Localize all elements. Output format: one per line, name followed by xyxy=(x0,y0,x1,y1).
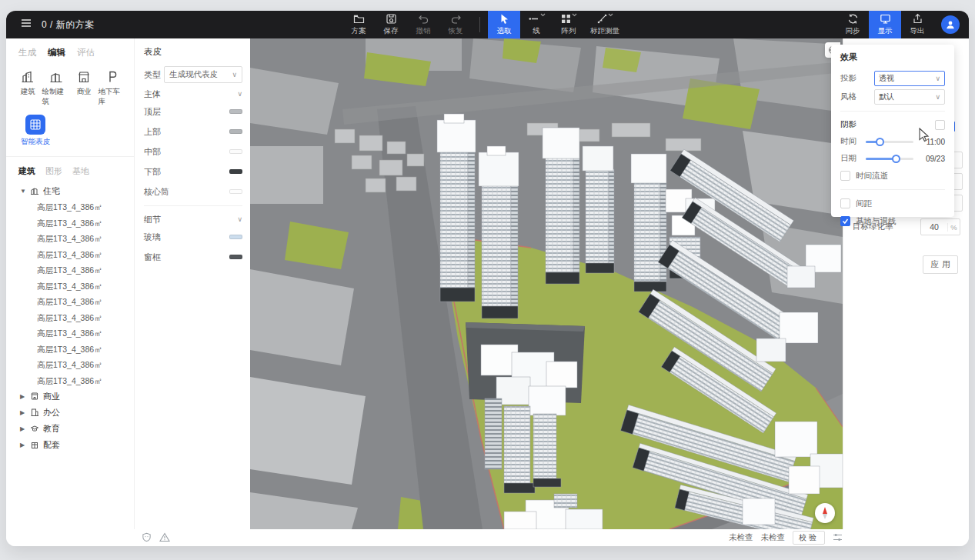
date-slider[interactable] xyxy=(866,154,913,164)
tree-item-residential[interactable]: 高层1T3_4_386㎡ xyxy=(6,278,134,295)
tab-evaluate[interactable]: 评估 xyxy=(77,47,95,58)
spacing-checkbox[interactable] xyxy=(840,198,850,208)
time-value: 11:00 xyxy=(922,138,945,146)
effects-title: 效果 xyxy=(840,52,945,63)
tab-generate[interactable]: 生成 xyxy=(18,47,36,58)
collapse-icon[interactable]: ∨ xyxy=(237,215,242,223)
site-setback-checkbox[interactable] xyxy=(840,216,850,226)
color-swatch[interactable] xyxy=(229,109,242,114)
tree-item-residential[interactable]: 高层1T3_4_386㎡ xyxy=(6,231,134,247)
color-swatch[interactable] xyxy=(229,189,242,194)
smart-skin-tool[interactable]: 智能表皮 xyxy=(15,115,55,147)
sync-button[interactable]: 同步 xyxy=(836,11,869,38)
residential-icon xyxy=(30,186,39,197)
office-icon xyxy=(30,408,39,418)
measure-icon xyxy=(596,13,608,25)
array-icon xyxy=(560,13,572,25)
tree-item-residential[interactable]: 高层1T3_4_386㎡ xyxy=(6,373,134,389)
tree-tab-building[interactable]: 建筑 xyxy=(18,165,35,177)
tree-group-education[interactable]: ▶ 教育 xyxy=(6,421,134,437)
chevron-down-icon: ∨ xyxy=(232,71,237,78)
select-tool-button[interactable]: 选取 xyxy=(488,11,520,38)
tree-group-amenity[interactable]: ▶ 配套 xyxy=(6,437,134,453)
line-icon xyxy=(528,13,540,25)
style-select[interactable]: 默认 ∨ xyxy=(874,89,945,105)
material-label: 核心筒 xyxy=(144,186,169,198)
collapse-icon[interactable]: ∨ xyxy=(237,90,242,98)
tree-group-commercial[interactable]: ▶ 商业 xyxy=(6,388,134,405)
settings-sliders-icon[interactable] xyxy=(833,532,843,544)
amenity-icon xyxy=(30,440,39,451)
education-icon xyxy=(30,424,39,435)
line-tool-button[interactable]: 线 xyxy=(520,11,553,38)
warning-icon[interactable] xyxy=(159,532,170,544)
tree-item-residential[interactable]: 高层1T3_4_386㎡ xyxy=(6,310,134,326)
topbar: 0 / 新的方案 方案 保存 撤销 恢复 选取 xyxy=(6,11,969,38)
divider xyxy=(840,189,945,190)
tree-item-residential[interactable]: 高层1T3_4_386㎡ xyxy=(6,342,134,358)
verify-button[interactable]: 校验 xyxy=(793,531,825,545)
time-lapse-checkbox[interactable] xyxy=(840,171,850,181)
skin-panel: 表皮 类型 生成现代表皮 ∨ 主体 ∨ 顶层 上部 中部 下部 核心筒 细节 ∨ xyxy=(135,38,250,529)
plan-button[interactable]: 方案 xyxy=(342,11,375,38)
viewport-3d-scene[interactable] xyxy=(250,38,843,529)
time-slider[interactable] xyxy=(866,137,913,147)
tool-commercial[interactable]: 商业 xyxy=(70,69,99,107)
hamburger-menu-icon[interactable] xyxy=(20,17,32,32)
project-title[interactable]: 0 / 新的方案 xyxy=(42,18,95,32)
save-button[interactable]: 保存 xyxy=(375,11,407,38)
spacing-label: 间距 xyxy=(856,198,872,209)
shield-icon[interactable] xyxy=(142,532,152,544)
caret-right-icon: ▶ xyxy=(20,409,26,416)
tree-item-residential[interactable]: 高层1T3_4_386㎡ xyxy=(6,357,134,373)
skin-panel-title: 表皮 xyxy=(144,46,242,58)
undo-button[interactable]: 撤销 xyxy=(407,11,439,38)
date-label: 日期 xyxy=(840,153,856,164)
chevron-down-icon: ∨ xyxy=(935,93,940,101)
measure-tool-button[interactable]: 标距测量 xyxy=(585,11,625,38)
compass-widget[interactable] xyxy=(815,503,835,523)
tree-item-residential[interactable]: 高层1T3_4_386㎡ xyxy=(6,325,134,342)
chevron-down-icon: ∨ xyxy=(935,75,940,82)
color-swatch[interactable] xyxy=(229,235,242,239)
projection-select[interactable]: 透视 ∨ xyxy=(874,71,945,86)
color-swatch[interactable] xyxy=(229,169,242,174)
tree-tabs: 建筑 图形 基地 xyxy=(6,157,134,183)
time-lapse-label: 时间流逝 xyxy=(856,171,888,182)
material-label: 中部 xyxy=(144,146,161,158)
tree-tab-site[interactable]: 基地 xyxy=(72,165,89,177)
user-avatar[interactable] xyxy=(941,15,960,34)
caret-right-icon: ▶ xyxy=(20,393,26,400)
apply-button[interactable]: 应用 xyxy=(923,255,958,274)
shadow-checkbox[interactable] xyxy=(935,120,945,130)
caret-right-icon: ▶ xyxy=(20,425,26,432)
skin-type-select[interactable]: 生成现代表皮 ∨ xyxy=(164,66,242,83)
tree-item-residential[interactable]: 高层1T3_4_386㎡ xyxy=(6,294,134,310)
tab-edit[interactable]: 编辑 xyxy=(48,47,65,58)
tree-group-office[interactable]: ▶ 办公 xyxy=(6,405,134,421)
tool-draw-building[interactable]: 绘制建筑 xyxy=(42,69,71,107)
display-button[interactable]: 显示 xyxy=(869,11,901,38)
tree-item-residential[interactable]: 高层1T3_4_386㎡ xyxy=(6,215,134,232)
sync-icon xyxy=(847,13,859,25)
export-button[interactable]: 导出 xyxy=(901,11,933,38)
undo-icon xyxy=(418,13,429,25)
material-label: 顶层 xyxy=(144,106,161,118)
color-swatch[interactable] xyxy=(229,129,242,134)
color-swatch[interactable] xyxy=(229,255,242,259)
display-icon xyxy=(880,13,891,25)
chevron-down-icon xyxy=(608,13,613,17)
mode-tabs: 生成 编辑 评估 xyxy=(6,38,134,63)
redo-button[interactable]: 恢复 xyxy=(439,11,472,38)
effects-popup: 效果 投影 透视 ∨ 风格 默认 ∨ 阴影 时间 xyxy=(831,45,954,217)
tool-parking[interactable]: 地下车库 xyxy=(99,69,127,107)
array-tool-button[interactable]: 阵列 xyxy=(553,11,585,38)
tree-item-residential[interactable]: 高层1T3_4_386㎡ xyxy=(6,199,134,215)
tree-tab-shape[interactable]: 图形 xyxy=(45,165,62,177)
color-swatch[interactable] xyxy=(229,149,242,154)
tool-building[interactable]: 建筑 xyxy=(14,69,42,107)
tree-item-residential[interactable]: 高层1T3_4_386㎡ xyxy=(6,247,134,263)
time-label: 时间 xyxy=(840,136,856,147)
tree-group-residential[interactable]: ▼ 住宅 xyxy=(6,183,134,199)
tree-item-residential[interactable]: 高层1T3_4_386㎡ xyxy=(6,262,134,278)
